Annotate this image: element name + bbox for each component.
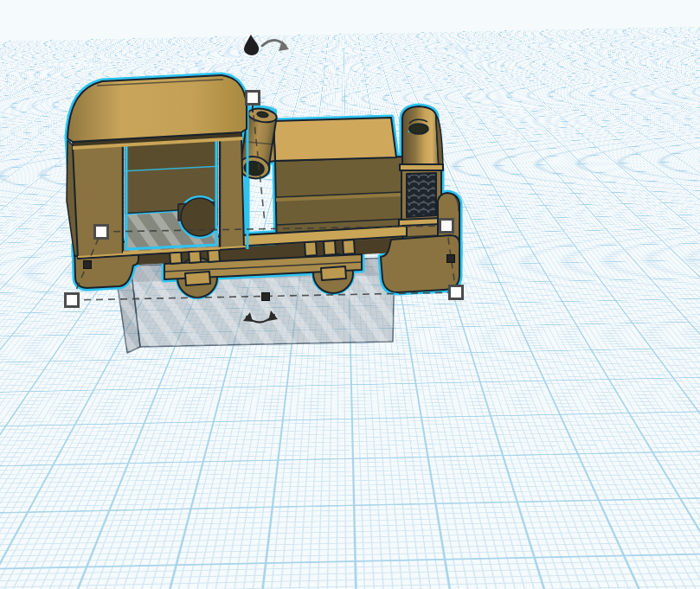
edge-scale-handle-right[interactable] xyxy=(447,255,455,263)
cowl-exhaust-hole xyxy=(409,124,428,134)
axlebox-rear xyxy=(185,272,210,285)
hood-top-panel xyxy=(273,118,396,161)
rib-post-4 xyxy=(305,241,317,256)
scene-overlay xyxy=(0,0,700,589)
skirt-right xyxy=(381,235,459,292)
axlebox-front xyxy=(321,266,346,280)
scale-handle-front-left[interactable] xyxy=(66,294,79,307)
cowl-ledge xyxy=(400,164,443,170)
scale-handle-back-right[interactable] xyxy=(440,220,453,233)
locomotive-model[interactable] xyxy=(67,75,459,298)
cab-roof xyxy=(67,75,247,142)
edge-scale-handle-front[interactable] xyxy=(262,293,270,301)
scale-handle-top[interactable] xyxy=(247,92,260,105)
raise-cone-icon[interactable] xyxy=(244,35,259,55)
scale-handle-front-right[interactable] xyxy=(450,286,463,299)
grille-mesh xyxy=(407,173,436,217)
scale-handle-back-left[interactable] xyxy=(95,226,108,239)
rib-post-5 xyxy=(324,240,336,255)
rib-post-6 xyxy=(343,240,355,254)
edge-scale-handle-left[interactable] xyxy=(84,261,92,269)
cowl-rounded-top xyxy=(402,106,439,164)
viewport-canvas[interactable] xyxy=(0,0,700,589)
